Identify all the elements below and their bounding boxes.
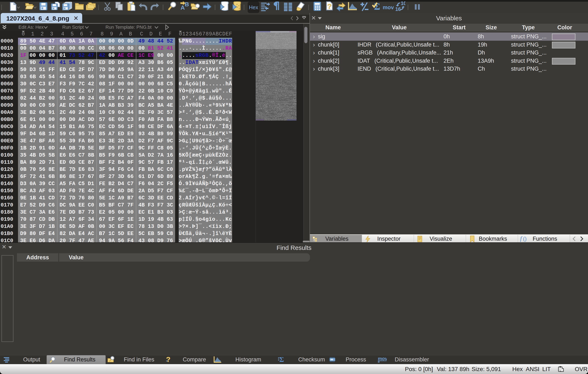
svg-text:mov: mov — [383, 4, 394, 10]
svg-text:f: f — [520, 236, 523, 242]
svg-text:mov: mov — [378, 356, 387, 361]
svg-text:16: 16 — [395, 6, 401, 12]
svg-text:Σ: Σ — [279, 356, 284, 363]
svg-text:(): () — [523, 236, 526, 242]
svg-text:?: ? — [327, 2, 332, 10]
svg-text:10: 10 — [401, 1, 405, 6]
svg-text:?: ? — [166, 356, 170, 363]
